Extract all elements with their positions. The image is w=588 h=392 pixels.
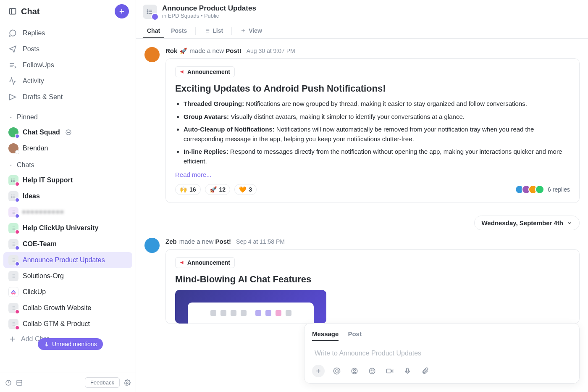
main-pane: Announce Product Updates in EPD Squads •…	[136, 0, 588, 392]
chat-collab-growth[interactable]: Collab Growth Website	[3, 300, 132, 316]
post-header: Zeb made a new Post! Sep 4 at 11:58 PM	[165, 238, 580, 245]
mention-button[interactable]	[331, 366, 342, 376]
svg-marker-4	[10, 94, 16, 100]
svg-point-53	[147, 11, 148, 12]
unread-mentions-pill[interactable]: Unread mentions	[38, 338, 103, 350]
channel-title: Announce Product Updates	[162, 4, 256, 13]
svg-point-14	[11, 181, 12, 182]
clickup-logo-icon	[8, 287, 18, 297]
chat-blurred[interactable]: • • • • • • • • • •	[3, 204, 132, 220]
chat-solutions[interactable]: Solutions-Org	[3, 268, 132, 284]
reaction-heart[interactable]: 🧡3	[234, 184, 257, 195]
main-header: Announce Product Updates in EPD Squads •…	[136, 0, 588, 39]
list-icon	[8, 191, 18, 201]
mention-person-button[interactable]	[349, 366, 360, 376]
svg-point-13	[11, 180, 12, 180]
post-card[interactable]: Announcement Mind-Blowing AI Chat Featur…	[165, 249, 580, 324]
chat-announce[interactable]: Announce Product Updates	[3, 252, 132, 268]
attach-button[interactable]	[420, 366, 430, 376]
composer-tab-post[interactable]: Post	[348, 328, 362, 341]
chat-clickup[interactable]: ClickUp	[3, 284, 132, 300]
clock-icon[interactable]	[5, 379, 12, 386]
author-name[interactable]: Rok	[165, 47, 177, 54]
author-name[interactable]: Zeb	[165, 238, 177, 245]
video-button[interactable]	[384, 366, 395, 376]
tab-view[interactable]: View	[236, 24, 266, 38]
list-icon	[8, 223, 18, 233]
announcement-tag[interactable]: Announcement	[175, 257, 235, 268]
section-pinned: Pinned Chat Squad Brendan	[0, 109, 136, 157]
list-icon	[8, 303, 18, 313]
nav-replies[interactable]: Replies	[3, 25, 132, 41]
reaction-rocket[interactable]: 🚀12	[205, 184, 231, 195]
list-icon	[8, 319, 18, 329]
timestamp: Sep 4 at 11:58 PM	[236, 238, 285, 245]
post-card[interactable]: Announcement Exciting Updates to Android…	[165, 58, 580, 203]
nav-followups[interactable]: FollowUps	[3, 57, 132, 73]
svg-point-7	[68, 132, 68, 132]
nav-drafts[interactable]: Drafts & Sent	[3, 89, 132, 105]
timestamp: Aug 30 at 9:07 PM	[247, 47, 295, 54]
embed-preview	[175, 290, 326, 324]
chat-ideas[interactable]: Ideas	[3, 188, 132, 204]
avatar[interactable]	[144, 238, 160, 253]
svg-rect-73	[407, 368, 409, 372]
chat-coe[interactable]: COE-Team	[3, 236, 132, 252]
sidebar: Chat Replies Posts FollowUps Activity Dr…	[0, 0, 136, 392]
tab-posts[interactable]: Posts	[167, 24, 191, 38]
announcement-tag[interactable]: Announcement	[175, 66, 235, 77]
composer-tab-message[interactable]: Message	[312, 328, 339, 341]
list-icon	[8, 207, 18, 217]
compose-button[interactable]	[115, 4, 129, 18]
pinned-brendan[interactable]: Brendan	[3, 140, 132, 156]
layout-icon[interactable]	[16, 379, 23, 386]
emoji-button[interactable]	[367, 366, 378, 376]
sidebar-nav: Replies Posts FollowUps Activity Drafts …	[0, 23, 136, 109]
audio-button[interactable]	[402, 366, 413, 376]
chat-collab-gtm[interactable]: Collab GTM & Product	[3, 316, 132, 332]
post-header: Rok 🚀 made a new Post! Aug 30 at 9:07 PM	[165, 47, 580, 54]
reaction-hands[interactable]: 🙌16	[175, 184, 201, 195]
chat-help-clickup[interactable]: Help ClickUp University	[3, 220, 132, 236]
chevron-down-icon	[8, 163, 13, 168]
followups-icon	[8, 61, 17, 69]
svg-point-70	[373, 370, 374, 371]
avatar	[8, 143, 18, 153]
svg-rect-71	[387, 369, 391, 373]
avatar[interactable]	[144, 47, 160, 62]
nav-posts[interactable]: Posts	[3, 41, 132, 57]
composer-plus-button[interactable]	[312, 365, 325, 377]
composer-input[interactable]	[312, 347, 572, 365]
svg-point-19	[11, 196, 12, 196]
pinned-chat-squad[interactable]: Chat Squad	[3, 124, 132, 140]
chat-bubble-icon	[65, 129, 72, 136]
composer-toolbar	[312, 365, 572, 377]
date-pill[interactable]: Wednesday, September 4th	[474, 216, 580, 230]
list-icon	[8, 255, 18, 265]
gear-icon[interactable]	[124, 379, 131, 386]
sidebar-title: Chat	[21, 7, 39, 16]
svg-point-48	[126, 382, 128, 384]
arrow-down-icon	[44, 341, 50, 347]
feedback-button[interactable]: Feedback	[85, 377, 120, 388]
post-title: Exciting Updates to Android Push Notific…	[175, 83, 570, 94]
chat-help-it[interactable]: Help IT Support	[3, 172, 132, 188]
svg-point-69	[371, 370, 372, 371]
tab-chat[interactable]: Chat	[143, 24, 164, 38]
rocket-emoji: 🚀	[180, 47, 187, 54]
read-more-link[interactable]: Read more...	[175, 171, 212, 178]
pinned-header[interactable]: Pinned	[3, 110, 132, 124]
nav-activity[interactable]: Activity	[3, 73, 132, 89]
repliers[interactable]: 6 replies	[517, 185, 570, 194]
list-icon	[8, 271, 18, 281]
svg-point-65	[336, 370, 338, 372]
svg-point-6	[67, 132, 68, 132]
panel-toggle-icon[interactable]	[8, 7, 17, 16]
post-rok: Rok 🚀 made a new Post! Aug 30 at 9:07 PM…	[165, 47, 580, 203]
list-icon	[8, 175, 18, 185]
tab-list[interactable]: List	[200, 24, 227, 38]
chats-header[interactable]: Chats	[3, 158, 132, 172]
plus-icon	[118, 8, 126, 15]
section-chats: Chats Help IT Support Ideas • • • • • • …	[0, 157, 136, 347]
svg-point-8	[69, 132, 70, 132]
